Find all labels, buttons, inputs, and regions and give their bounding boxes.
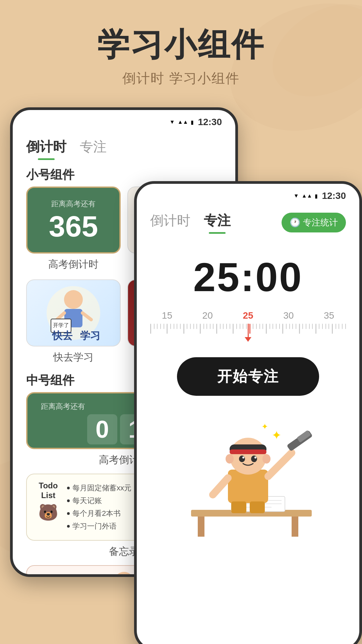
- tab-countdown-back[interactable]: 倒计时: [26, 138, 66, 160]
- svg-point-50: [226, 454, 234, 464]
- signal-icon-front: ▲▲: [302, 193, 312, 199]
- svg-point-46: [239, 455, 245, 462]
- todo-text-4: 学习一门外语: [72, 521, 117, 531]
- ruler-indicator: [245, 324, 251, 342]
- focus-stats-label: 专注统计: [303, 217, 338, 228]
- todo-dot-1: [67, 487, 70, 489]
- app-title: 学习小组件: [0, 27, 362, 62]
- svg-text:开学了: 开学了: [53, 322, 69, 328]
- tab-bar-back[interactable]: 倒计时 专注: [13, 131, 235, 160]
- todo-title: TodoList: [39, 481, 58, 500]
- ruler[interactable]: 15 20 25 30 35: [137, 310, 359, 344]
- list-item[interactable]: 开学了 快去 学习 快去学习: [26, 279, 121, 366]
- countdown-sub-text: 距离高考还有: [51, 199, 96, 209]
- svg-point-33: [114, 572, 134, 577]
- svg-rect-59: [250, 501, 265, 513]
- ruler-numbers: 15 20 25 30 35: [143, 310, 353, 321]
- digit-0: 0: [87, 414, 117, 444]
- battery-icon-front: ▮: [315, 193, 318, 199]
- svg-rect-36: [198, 517, 204, 537]
- signal-icon: ▲▲: [178, 119, 188, 125]
- start-focus-button[interactable]: 开始专注: [177, 357, 319, 396]
- tab-focus-back[interactable]: 专注: [80, 138, 107, 160]
- illustration-svg-blue: 开学了 快去 学习: [42, 283, 105, 343]
- app-subtitle: 倒计时 学习小组件: [0, 69, 362, 88]
- list-item: 学习一门外语: [67, 521, 131, 531]
- ruler-num-35: 35: [319, 310, 339, 321]
- medium-sub-text: 距离高考还有: [41, 401, 85, 412]
- svg-point-47: [251, 455, 257, 462]
- svg-rect-37: [292, 517, 298, 537]
- todo-bear-icon: 🐻: [38, 503, 58, 522]
- svg-text:✦: ✦: [272, 428, 282, 442]
- widget-label-3: 快去学习: [26, 351, 121, 366]
- todo-text-3: 每个月看2本书: [72, 508, 121, 519]
- list-item: 每天记账: [67, 496, 131, 506]
- widget-label-1: 高考倒计时: [26, 258, 121, 273]
- svg-point-14: [64, 290, 83, 309]
- svg-point-43: [230, 438, 266, 475]
- timer-display: 25:00: [150, 254, 346, 300]
- indicator-line: [248, 324, 249, 337]
- todo-dot-2: [67, 499, 70, 502]
- ruler-ticks-container: [143, 324, 353, 344]
- widget-illustration-blue[interactable]: 开学了 快去 学习: [26, 279, 121, 346]
- phones-container: ▼ ▲▲ ▮ 12:30 倒计时 专注 小号组件 距离高考还有 365 高考倒计…: [0, 107, 362, 644]
- svg-text:快去: 快去: [52, 330, 73, 341]
- todo-dot-3: [67, 512, 70, 515]
- status-time-front: 12:30: [322, 191, 346, 201]
- svg-point-49: [254, 457, 256, 459]
- svg-point-51: [262, 454, 270, 464]
- tab-bar-front[interactable]: 倒计时 专注 🕐 专注统计: [137, 205, 359, 234]
- focus-stats-button[interactable]: 🕐 专注统计: [282, 213, 346, 232]
- app-header: 学习小组件 倒计时 学习小组件: [0, 0, 362, 88]
- todo-left: TodoList 🐻: [35, 481, 62, 533]
- clock-icon: 🕐: [290, 217, 300, 228]
- todo-items-list: 每月固定储蓄xx元 每天记账 每个月看2本书 学习一门外语: [67, 481, 131, 533]
- indicator-triangle: [245, 337, 251, 342]
- svg-text:✦: ✦: [261, 422, 268, 431]
- svg-point-48: [242, 457, 244, 459]
- svg-line-52: [268, 453, 292, 476]
- svg-line-55: [213, 478, 228, 495]
- status-icons-back: ▼ ▲▲ ▮: [170, 119, 194, 125]
- focus-timer: 25:00: [137, 234, 359, 310]
- tab-focus-front[interactable]: 专注: [204, 211, 231, 234]
- ruler-num-15: 15: [157, 310, 177, 321]
- wifi-icon: ▼: [170, 119, 175, 125]
- list-item: 每月固定储蓄xx元: [67, 483, 131, 493]
- status-bar-front: ▼ ▲▲ ▮ 12:30: [137, 184, 359, 205]
- svg-text:学习: 学习: [80, 330, 100, 341]
- todo-text-2: 每天记账: [72, 496, 102, 506]
- wifi-icon-front: ▼: [294, 193, 299, 199]
- status-time-back: 12:30: [198, 117, 222, 127]
- mascot-svg: ✦ ✦: [164, 409, 332, 543]
- ruler-num-25: 25: [238, 310, 258, 321]
- status-bar-back: ▼ ▲▲ ▮ 12:30: [13, 110, 235, 131]
- list-item: 每个月看2本书: [67, 508, 131, 519]
- ruler-num-30: 30: [279, 310, 299, 321]
- countdown-number: 365: [49, 212, 98, 241]
- mascot-area: ✦ ✦: [137, 396, 359, 557]
- list-item[interactable]: 距离高考还有 365 高考倒计时: [26, 186, 121, 273]
- widget-countdown-green[interactable]: 距离高考还有 365: [26, 186, 121, 254]
- status-icons-front: ▼ ▲▲ ▮: [294, 193, 318, 199]
- svg-rect-45: [230, 449, 266, 454]
- phone-front: ▼ ▲▲ ▮ 12:30 倒计时 专注 🕐 专注统计 25:00 15 20 2…: [134, 181, 362, 644]
- svg-rect-58: [231, 501, 246, 513]
- start-button-wrapper[interactable]: 开始专注: [137, 357, 359, 396]
- ruler-num-20: 20: [197, 310, 218, 321]
- todo-dot-4: [67, 525, 70, 528]
- battery-icon: ▮: [191, 119, 194, 125]
- todo-text-1: 每月固定储蓄xx元: [72, 483, 131, 493]
- tab-countdown-front[interactable]: 倒计时: [150, 211, 190, 234]
